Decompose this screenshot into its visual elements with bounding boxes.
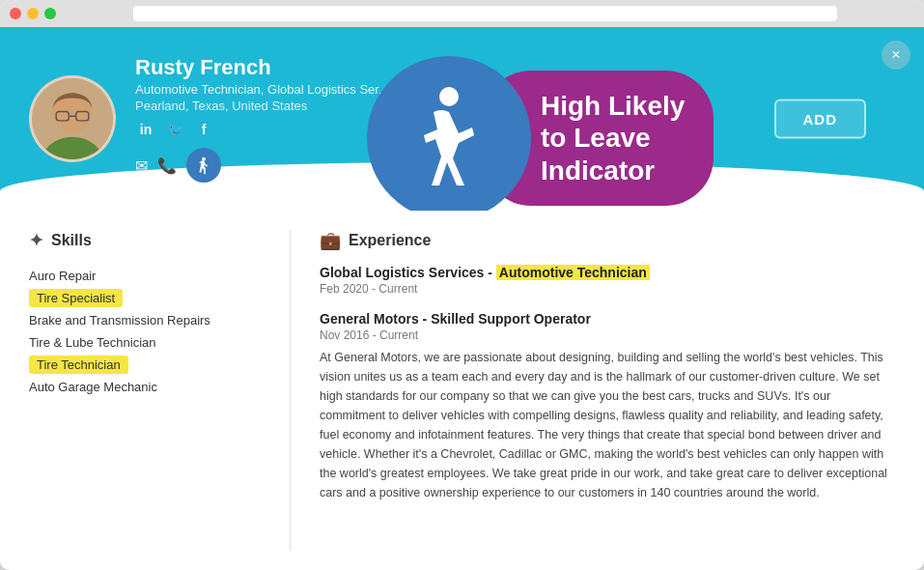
- social-links: in 🐦 f: [135, 119, 389, 140]
- maximize-traffic-light[interactable]: [44, 8, 56, 19]
- walking-icon: [195, 157, 212, 174]
- job-date: Nov 2016 - Current: [320, 328, 895, 342]
- hltl-overlay: High Likely to Leave Indicator: [367, 56, 714, 211]
- add-button[interactable]: ADD: [774, 100, 867, 139]
- linkedin-icon[interactable]: in: [135, 119, 156, 140]
- section-divider: [290, 230, 291, 551]
- experience-panel: 💼 Experience Global Logistics Services -…: [320, 230, 895, 551]
- main-content: ✦ Skills Auro RepairTire SpecialistBrake…: [0, 211, 924, 570]
- app-window: Rusty French Automotive Technician, Glob…: [0, 0, 924, 570]
- skill-item: Auro Repair: [29, 265, 261, 287]
- walking-indicator-button[interactable]: [186, 148, 221, 183]
- candidate-subtitle: Automotive Technician, Global Logistics …: [135, 82, 389, 97]
- job-header: Global Logistics Services - Automotive T…: [320, 265, 895, 280]
- avatar: [29, 75, 116, 162]
- twitter-icon[interactable]: 🐦: [164, 119, 185, 140]
- traffic-lights: [10, 8, 56, 19]
- candidate-name: Rusty French: [135, 55, 389, 80]
- svg-point-9: [439, 87, 459, 106]
- skills-icon: ✦: [29, 230, 43, 251]
- hltl-title: High Likely to Leave Indicator: [541, 90, 685, 187]
- skills-panel: ✦ Skills Auro RepairTire SpecialistBrake…: [29, 230, 261, 551]
- walking-large-icon: [406, 85, 492, 191]
- job-description: At General Motors, we are passionate abo…: [320, 348, 895, 502]
- experience-section-title: 💼 Experience: [320, 230, 895, 251]
- job-entry: Global Logistics Services - Automotive T…: [320, 265, 895, 296]
- close-button[interactable]: ×: [882, 41, 910, 70]
- svg-point-7: [91, 112, 95, 116]
- skills-list: Auro RepairTire SpecialistBrake and Tran…: [29, 265, 261, 398]
- candidate-location: Pearland, Texas, United States: [135, 99, 389, 113]
- phone-icon[interactable]: 📞: [157, 157, 177, 175]
- skills-section-title: ✦ Skills: [29, 230, 261, 251]
- skill-item: Tire & Lube Technician: [29, 331, 261, 354]
- job-date: Feb 2020 - Current: [320, 282, 895, 296]
- profile-header: Rusty French Automotive Technician, Glob…: [0, 27, 924, 211]
- skill-item: Tire Specialist: [29, 287, 261, 309]
- job-header: General Motors - Skilled Support Operato…: [320, 311, 895, 327]
- close-traffic-light[interactable]: [10, 8, 21, 19]
- experience-icon: 💼: [320, 230, 341, 251]
- skill-item: Auto Garage Mechanic: [29, 376, 261, 398]
- svg-point-8: [202, 157, 206, 161]
- job-role: Skilled Support Operator: [431, 311, 591, 327]
- minimize-traffic-light[interactable]: [27, 8, 39, 19]
- email-icon[interactable]: ✉: [135, 157, 148, 175]
- job-entry: General Motors - Skilled Support Operato…: [320, 311, 895, 502]
- job-role: Automotive Technician: [496, 265, 650, 280]
- jobs-list: Global Logistics Services - Automotive T…: [320, 265, 895, 502]
- title-bar: [0, 0, 924, 27]
- skill-item: Tire Technician: [29, 354, 261, 376]
- header-info: Rusty French Automotive Technician, Glob…: [135, 55, 389, 183]
- svg-point-6: [51, 112, 55, 116]
- hltl-circle: [367, 56, 531, 211]
- contact-icons: ✉ 📞: [135, 148, 389, 183]
- url-bar: [133, 6, 837, 21]
- facebook-icon[interactable]: f: [193, 119, 214, 140]
- skill-item: Brake and Transmission Repairs: [29, 309, 261, 331]
